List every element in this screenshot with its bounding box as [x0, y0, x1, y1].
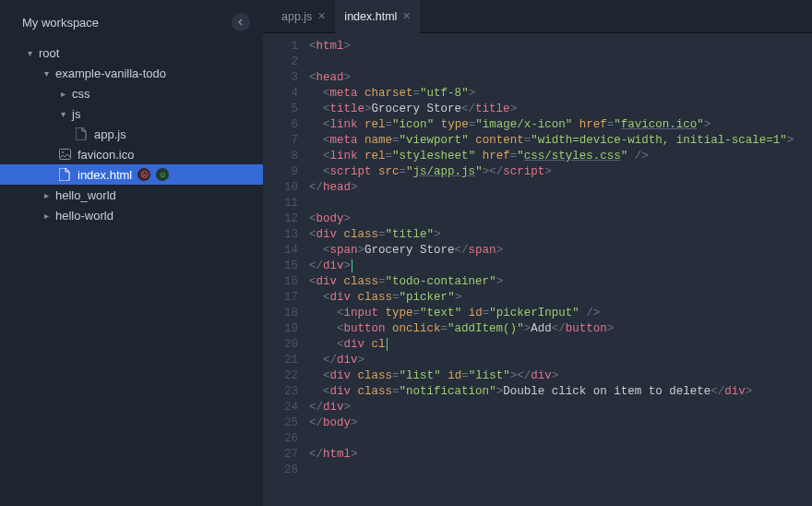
tree-label: root — [39, 46, 59, 60]
chevron-right-icon: ▸ — [41, 190, 52, 200]
tree-label: hello-world — [55, 209, 113, 223]
tree-folder-root[interactable]: ▾ root — [0, 42, 263, 63]
tree-label: js — [72, 107, 80, 121]
chevron-down-icon: ▾ — [41, 68, 52, 78]
tree-folder-example[interactable]: ▾ example-vanilla-todo — [0, 63, 263, 83]
file-tree: ▾ root ▾ example-vanilla-todo ▸ css ▾ js… — [0, 41, 263, 225]
tree-file-favicon[interactable]: favicon.ico — [0, 144, 263, 164]
file-icon — [74, 126, 89, 141]
tree-label: favicon.ico — [78, 148, 134, 162]
close-icon[interactable]: ✕ — [402, 10, 411, 22]
image-icon — [57, 147, 72, 162]
tree-folder-hello-dash[interactable]: ▸ hello-world — [0, 205, 263, 225]
sidebar: My workspace ▾ root ▾ example-vanilla-to… — [0, 0, 263, 506]
badge-ok-icon: ☺ — [156, 168, 169, 181]
line-gutter: 1234567891011121314151617181920212223242… — [263, 33, 309, 506]
chevron-down-icon: ▾ — [57, 109, 68, 119]
svg-point-1 — [62, 151, 64, 153]
badge-error-icon: ☹ — [137, 168, 150, 181]
tree-label: hello_world — [55, 188, 116, 202]
tree-folder-js[interactable]: ▾ js — [0, 103, 263, 124]
tree-label: index.html — [78, 168, 132, 182]
tree-folder-css[interactable]: ▸ css — [0, 83, 263, 103]
editor-pane: app.js ✕ index.html ✕ 123456789101112131… — [263, 0, 812, 506]
tree-label: css — [72, 87, 90, 101]
collapse-sidebar-button[interactable] — [232, 13, 250, 31]
workspace-title: My workspace — [22, 16, 99, 30]
svg-rect-0 — [59, 150, 70, 160]
tree-file-appjs[interactable]: app.js — [0, 124, 263, 144]
workspace-header: My workspace — [0, 13, 263, 41]
tree-label: app.js — [94, 127, 126, 141]
code-editor[interactable]: 1234567891011121314151617181920212223242… — [263, 33, 812, 506]
chevron-down-icon: ▾ — [24, 48, 35, 58]
tree-label: example-vanilla-todo — [55, 66, 166, 80]
chevron-left-icon — [237, 18, 245, 26]
tree-file-index[interactable]: index.html ☹ ☺ — [0, 164, 263, 185]
close-icon[interactable]: ✕ — [317, 10, 326, 22]
file-icon — [57, 167, 72, 182]
tree-folder-hello-underscore[interactable]: ▸ hello_world — [0, 185, 263, 205]
tab-appjs[interactable]: app.js ✕ — [272, 0, 335, 33]
chevron-right-icon: ▸ — [57, 89, 68, 99]
tab-bar: app.js ✕ index.html ✕ — [263, 0, 812, 33]
tab-indexhtml[interactable]: index.html ✕ — [335, 0, 420, 33]
chevron-right-icon: ▸ — [41, 211, 52, 221]
code-area[interactable]: <html> <head> <meta charset="utf-8"> <ti… — [309, 33, 812, 506]
tab-label: app.js — [281, 10, 312, 23]
tab-label: index.html — [344, 10, 397, 23]
